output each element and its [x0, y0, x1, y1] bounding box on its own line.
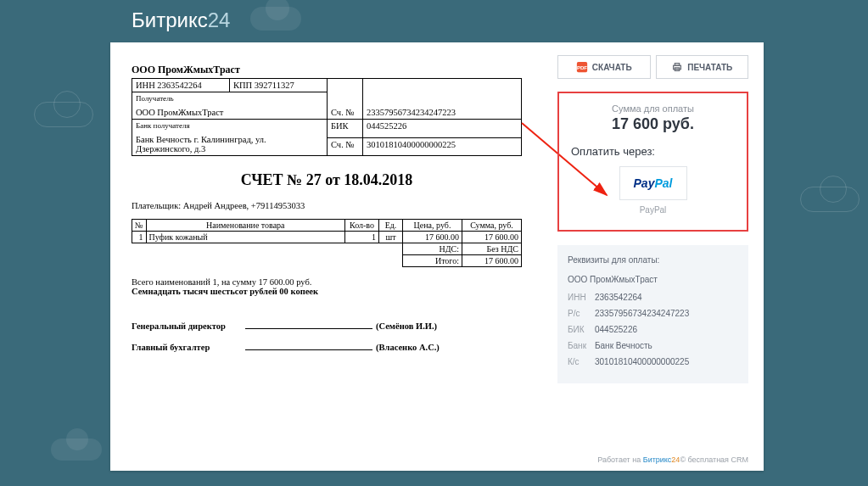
director-name: (Семёнов И.И.) [376, 321, 437, 331]
svg-text:PDF: PDF [577, 64, 587, 70]
signature-row-1: Генеральный директор (Семёнов И.И.) [132, 321, 522, 331]
req-val: 2363542264 [595, 293, 642, 302]
footer-copy: © [680, 455, 686, 464]
cloud-decoration [51, 439, 102, 461]
brand-name: Битрикс [132, 8, 208, 31]
amount-value: 17 600 руб. [568, 115, 738, 133]
th-n: № [132, 220, 147, 232]
recipient-value: ООО ПромЖмыхТраст [136, 103, 323, 117]
bank-value: Банк Вечность г. Калининград, ул. Дзержи… [136, 130, 323, 154]
signature-line [245, 328, 372, 329]
amount-label: Сумма для оплаты [568, 103, 738, 114]
total-label: Итого: [403, 255, 462, 267]
paypal-logo-part1: Pay [634, 176, 655, 190]
brand-suffix: 24 [208, 8, 231, 31]
th-name: Наименование товара [146, 220, 344, 232]
paypal-logo-part2: Pal [654, 176, 672, 190]
vat-label: НДС: [403, 243, 462, 255]
print-label: ПЕЧАТАТЬ [687, 63, 732, 72]
req-val: 30101810400000000225 [595, 357, 689, 366]
invoice-document: ООО ПромЖмыхТраст ИНН 2363542264 КПП 392… [132, 64, 522, 352]
pdf-icon: PDF [576, 61, 588, 73]
table-row: 1 Пуфик кожаный 1 шт 17 600.00 17 600.00 [132, 232, 522, 243]
requisites-block: Реквизиты для оплаты: ООО ПромЖмыхТраст … [557, 245, 748, 383]
svg-rect-4 [675, 64, 680, 66]
requisites-title: Реквизиты для оплаты: [568, 255, 738, 265]
invoice-title: СЧЕТ № 27 от 18.04.2018 [132, 171, 522, 189]
footer-tail: бесплатная CRM [688, 455, 748, 464]
summary-words: Семнадцать тысяч шестьсот рублей 00 копе… [132, 287, 522, 296]
payment-block: Сумма для оплаты 17 600 руб. Оплатить че… [557, 92, 748, 232]
acct-label: Сч. № [328, 79, 363, 120]
printer-icon [671, 61, 683, 73]
footer-suffix: 24 [671, 455, 680, 464]
download-button[interactable]: PDF СКАЧАТЬ [557, 55, 651, 79]
pay-via-label: Оплатить через: [568, 145, 738, 158]
row-name: Пуфик кожаный [146, 232, 344, 243]
paypal-tile[interactable]: PayPal [619, 166, 687, 200]
th-sum: Сумма, руб. [462, 220, 522, 232]
row-sum: 17 600.00 [462, 232, 522, 243]
paypal-name: PayPal [568, 205, 738, 215]
sidebar: PDF СКАЧАТЬ ПЕЧАТАТЬ Сумма для оплаты 17… [557, 55, 748, 383]
inn-cell: ИНН 2363542264 [132, 79, 230, 92]
signature-line [245, 349, 372, 350]
th-unit: Ед. [379, 220, 403, 232]
items-table: № Наименование товара Кол-во Ед. Цена, р… [132, 219, 522, 267]
th-price: Цена, руб. [403, 220, 462, 232]
director-role: Генеральный директор [132, 321, 242, 331]
req-key: Банк [568, 341, 595, 350]
company-name: ООО ПромЖмыхТраст [132, 64, 522, 76]
signature-row-2: Главный бухгалтер (Власенко А.С.) [132, 343, 522, 352]
corr-label: Сч. № [328, 137, 363, 156]
bik-value: 044525226 [363, 120, 522, 138]
summary-line1: Всего наименований 1, на сумму 17 600.00… [132, 277, 522, 287]
row-n: 1 [132, 232, 147, 243]
req-val: 044525226 [595, 325, 637, 334]
req-key: Р/с [568, 309, 595, 318]
requisites-org: ООО ПромЖмыхТраст [568, 275, 738, 284]
th-qty: Кол-во [345, 220, 379, 232]
download-label: СКАЧАТЬ [592, 63, 632, 72]
req-key: ИНН [568, 293, 595, 302]
cloud-decoration [800, 187, 860, 212]
corr-value: 30101810400000000225 [363, 137, 522, 156]
recipient-label: Получатель [136, 94, 323, 103]
req-key: К/с [568, 357, 595, 366]
row-price: 17 600.00 [403, 232, 462, 243]
accountant-name: (Власенко А.С.) [376, 343, 440, 352]
summary-block: Всего наименований 1, на сумму 17 600.00… [132, 277, 522, 296]
row-unit: шт [379, 232, 403, 243]
cloud-decoration [34, 102, 93, 127]
accountant-role: Главный бухгалтер [132, 343, 242, 352]
kpp-cell: КПП 392711327 [230, 79, 328, 92]
main-panel: ООО ПромЖмыхТраст ИНН 2363542264 КПП 392… [110, 42, 764, 471]
req-val: Банк Вечность [595, 341, 652, 350]
print-button[interactable]: ПЕЧАТАТЬ [656, 55, 749, 79]
req-val: 23357956734234247223 [595, 309, 689, 318]
acct-value: 23357956734234247223 [363, 79, 522, 120]
row-qty: 1 [345, 232, 379, 243]
footer-brand[interactable]: Битрикс [643, 455, 672, 464]
footer: Работает на Битрикс24© бесплатная CRM [597, 455, 748, 464]
payer-info: Плательщик: Андрей Андреев, +79114953033 [132, 201, 522, 210]
bank-label: Банк получателя [136, 121, 323, 130]
req-key: БИК [568, 325, 595, 334]
total-value: 17 600.00 [462, 255, 522, 267]
cloud-decoration [250, 7, 301, 31]
bik-label: БИК [328, 120, 363, 138]
brand-logo: Битрикс24 [132, 8, 230, 32]
vat-value: Без НДС [462, 243, 522, 255]
footer-prefix: Работает на [597, 455, 641, 464]
company-details-table: ИНН 2363542264 КПП 392711327 Сч. № 23357… [132, 78, 522, 156]
